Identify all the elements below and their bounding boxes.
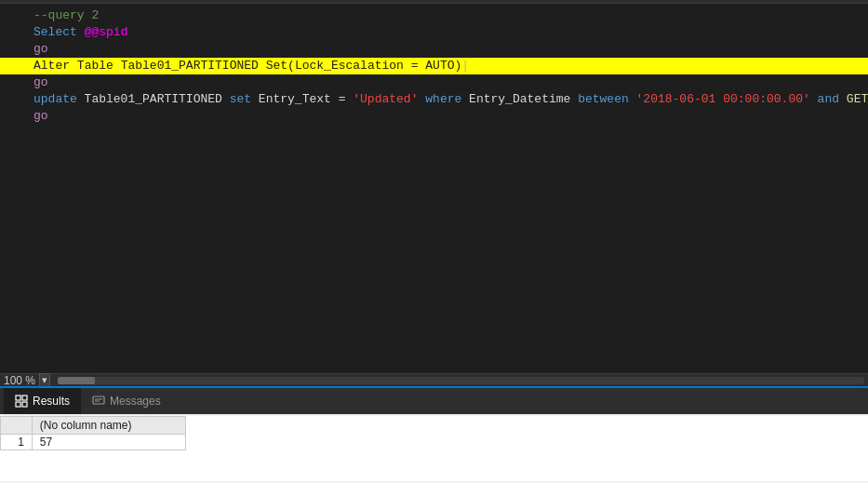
code-line-3: go bbox=[0, 41, 868, 58]
column-header: (No column name) bbox=[32, 417, 185, 435]
token-6-9 bbox=[629, 92, 636, 106]
zoom-control: 100 % ▾ bbox=[4, 373, 50, 387]
line-content-5: go bbox=[26, 74, 868, 91]
line-content-3: go bbox=[26, 41, 868, 58]
token-6-8: between bbox=[578, 92, 629, 106]
token-2-1 bbox=[77, 25, 85, 39]
line-content-2: Select @@spid bbox=[26, 24, 868, 41]
code-content[interactable]: --query 2Select @@spidgoAlter Table Tabl… bbox=[0, 4, 868, 373]
token-6-14: GETDATE bbox=[847, 92, 868, 106]
line-content-6: update Table01_PARTITIONED set Entry_Tex… bbox=[26, 91, 868, 108]
svg-rect-2 bbox=[16, 402, 20, 407]
token-2-0: Select bbox=[33, 25, 77, 39]
message-icon bbox=[92, 395, 105, 408]
results-table: (No column name) 157 bbox=[0, 416, 186, 450]
results-wrapper: (No column name) 157 bbox=[0, 414, 868, 483]
svg-rect-1 bbox=[22, 396, 27, 400]
token-6-1: Table01_PARTITIONED bbox=[77, 92, 230, 106]
results-area[interactable]: (No column name) 157 bbox=[0, 416, 868, 481]
token-4-1 bbox=[70, 59, 77, 73]
token-6-3: Entry_Text = bbox=[251, 92, 353, 106]
token-6-0: update bbox=[33, 92, 77, 106]
code-line-5: go bbox=[0, 74, 868, 91]
row-num-header bbox=[1, 417, 33, 435]
svg-rect-3 bbox=[22, 402, 27, 407]
code-line-4: Alter Table Table01_PARTITIONED Set(Lock… bbox=[0, 58, 868, 74]
cell-value: 57 bbox=[32, 435, 185, 450]
code-line-2: Select @@spid bbox=[0, 24, 868, 41]
line-content-4: Alter Table Table01_PARTITIONED Set(Lock… bbox=[26, 58, 868, 74]
tabs-bar: Results Messages bbox=[0, 386, 868, 414]
token-7-0: go bbox=[33, 109, 48, 123]
token-6-10: '2018-06-01 00:00:00.00' bbox=[636, 92, 810, 106]
token-6-11 bbox=[810, 92, 818, 106]
token-6-4: 'Updated' bbox=[353, 92, 418, 106]
token-6-12: and bbox=[818, 92, 839, 106]
tab-results[interactable]: Results bbox=[4, 388, 81, 416]
svg-rect-0 bbox=[16, 396, 20, 400]
code-line-1: --query 2 bbox=[0, 7, 868, 24]
token-6-7: Entry_Datetime bbox=[461, 92, 578, 106]
scroll-thumb[interactable] bbox=[58, 377, 95, 384]
grid-icon bbox=[15, 395, 28, 408]
token-1-0: --query 2 bbox=[33, 8, 99, 22]
horizontal-scrollbar[interactable] bbox=[58, 377, 864, 384]
table-row: 157 bbox=[1, 435, 186, 450]
token-4-2: Table bbox=[77, 59, 114, 73]
code-line-7: go bbox=[0, 108, 868, 125]
tab-results-label: Results bbox=[33, 395, 70, 408]
token-2-2: @@spid bbox=[85, 25, 128, 39]
editor-area: --query 2Select @@spidgoAlter Table Tabl… bbox=[0, 4, 868, 386]
zoom-dropdown[interactable]: ▾ bbox=[39, 373, 50, 387]
token-3-0: go bbox=[33, 42, 48, 56]
token-6-13 bbox=[839, 92, 847, 106]
token-5-0: go bbox=[33, 75, 48, 89]
line-content-1: --query 2 bbox=[26, 7, 868, 24]
tab-messages[interactable]: Messages bbox=[81, 388, 172, 416]
token-4-3: Table01_PARTITIONED bbox=[114, 59, 266, 73]
code-line-6: update Table01_PARTITIONED set Entry_Tex… bbox=[0, 91, 868, 108]
token-6-6: where bbox=[425, 92, 461, 106]
svg-rect-4 bbox=[93, 396, 104, 404]
text-cursor bbox=[461, 59, 469, 73]
token-4-0: Alter bbox=[33, 59, 70, 73]
zoom-label: 100 % bbox=[4, 374, 35, 387]
token-4-5: (Lock_Escalation = AUTO) bbox=[287, 59, 461, 73]
token-6-2: set bbox=[230, 92, 251, 106]
tab-messages-label: Messages bbox=[110, 395, 161, 408]
row-number: 1 bbox=[1, 435, 33, 450]
scrollbar-area: 100 % ▾ bbox=[0, 373, 868, 386]
line-content-7: go bbox=[26, 108, 868, 125]
token-4-4: Set bbox=[266, 59, 287, 73]
